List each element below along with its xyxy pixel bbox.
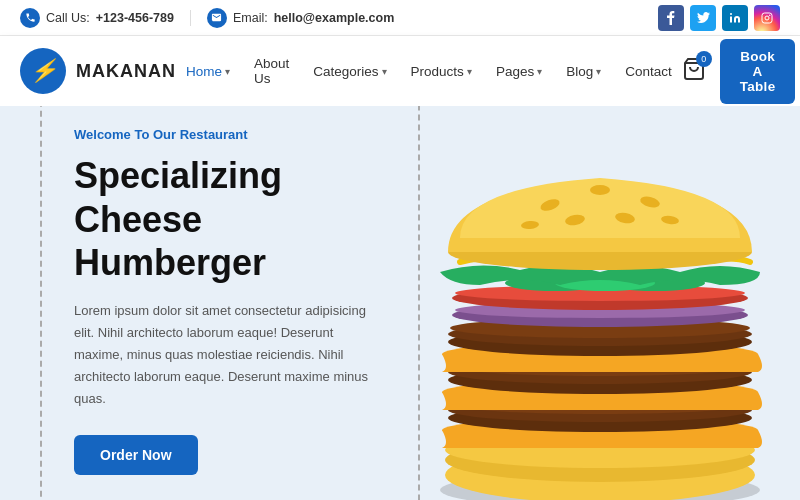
nav-products-label: Products [411,64,464,79]
book-table-button[interactable]: Book A Table [720,39,796,104]
hero-description: Lorem ipsum dolor sit amet consectetur a… [74,300,386,410]
hero-content: Welcome To Our Restaurant Specializing C… [40,106,420,500]
topbar-social [658,5,780,31]
email-icon [207,8,227,28]
brand-name: MAKANAN [76,61,176,82]
nav-contact[interactable]: Contact [615,58,682,85]
pages-chevron-icon: ▾ [537,66,542,77]
nav-links: Home ▾ About Us Categories ▾ Products ▾ … [176,50,682,92]
email-label: Email: [233,11,268,25]
nav-about-label: About Us [254,56,289,86]
hero-burger-image [390,106,800,500]
phone-icon [20,8,40,28]
svg-rect-1 [762,13,772,23]
svg-point-2 [765,16,769,20]
instagram-icon[interactable] [754,5,780,31]
nav-blog[interactable]: Blog ▾ [556,58,611,85]
email-address: hello@example.com [274,11,395,25]
products-chevron-icon: ▾ [467,66,472,77]
categories-chevron-icon: ▾ [382,66,387,77]
svg-point-0 [730,13,732,15]
logo-icon: ⚡ [20,48,66,94]
twitter-icon[interactable] [690,5,716,31]
nav-home-label: Home [186,64,222,79]
order-now-button[interactable]: Order Now [74,435,198,475]
nav-products[interactable]: Products ▾ [401,58,482,85]
cart-button[interactable]: 0 [682,57,706,85]
hero-box: Welcome To Our Restaurant Specializing C… [40,106,420,500]
navbar: ⚡ MAKANAN Home ▾ About Us Categories ▾ P… [0,36,800,106]
call-number: +123-456-789 [96,11,174,25]
hero-tagline: Welcome To Our Restaurant [74,127,386,142]
nav-pages[interactable]: Pages ▾ [486,58,552,85]
nav-contact-label: Contact [625,64,672,79]
cart-count: 0 [696,51,712,67]
svg-point-30 [590,185,610,195]
nav-blog-label: Blog [566,64,593,79]
blog-chevron-icon: ▾ [596,66,601,77]
topbar: Call Us: +123-456-789 Email: hello@examp… [0,0,800,36]
linkedin-icon[interactable] [722,5,748,31]
call-label: Call Us: [46,11,90,25]
hero-title-line1: Specializing Cheese [74,155,282,239]
hero-title: Specializing Cheese Humberger [74,154,386,284]
email-contact: Email: hello@example.com [207,8,394,28]
home-chevron-icon: ▾ [225,66,230,77]
phone-contact: Call Us: +123-456-789 [20,8,174,28]
nav-home[interactable]: Home ▾ [176,58,240,85]
hero-title-line2: Humberger [74,242,266,283]
navbar-right: 0 Book A Table [682,39,796,104]
nav-pages-label: Pages [496,64,534,79]
nav-about[interactable]: About Us [244,50,299,92]
nav-categories-label: Categories [313,64,378,79]
topbar-left: Call Us: +123-456-789 Email: hello@examp… [20,8,394,28]
lightning-icon: ⚡ [30,58,57,84]
logo[interactable]: ⚡ MAKANAN [20,48,176,94]
hero-section: Welcome To Our Restaurant Specializing C… [0,106,800,500]
nav-categories[interactable]: Categories ▾ [303,58,396,85]
facebook-icon[interactable] [658,5,684,31]
topbar-divider [190,10,191,26]
svg-point-3 [769,14,771,16]
